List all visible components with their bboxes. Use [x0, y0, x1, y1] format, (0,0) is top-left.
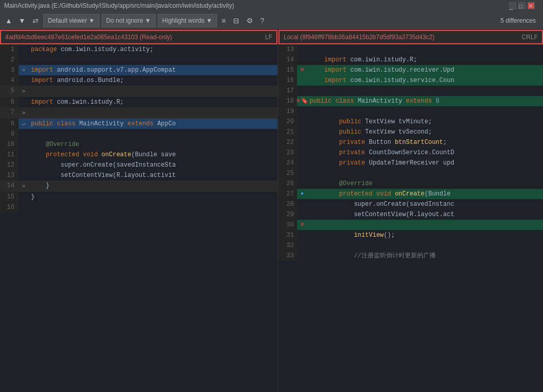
left-line-14: 14 » } [0, 181, 277, 192]
left-code-area[interactable]: 1 package com.iwin.istudy.activity; 2 3 … [0, 44, 277, 392]
diff-count: 5 differences [501, 17, 540, 24]
right-line-14: 14 import com.iwin.istudy.R; [278, 55, 543, 65]
right-code-area[interactable]: 13 14 import com.iwin.istudy.R; 15 × imp… [278, 44, 543, 392]
highlight-dropdown-btn[interactable]: Highlight words ▼ [158, 14, 217, 27]
right-line-31: 31 initView(); [278, 230, 543, 240]
left-line-1: 1 package com.iwin.istudy.activity; [0, 44, 277, 55]
ignore-label: Do not ignore [106, 17, 143, 24]
right-line-18: 18 × 🔖 public class MainActivity extends… [278, 96, 543, 106]
toolbar: ▲ ▼ ⇄ Default viewer ▼ Do not ignore ▼ H… [0, 11, 543, 30]
right-line-16: 16 import com.iwin.istudy.service.Coun [278, 75, 543, 86]
left-line-10: 10 @Override [0, 139, 277, 150]
prev-diff-btn[interactable]: ▲ [3, 15, 14, 26]
menu-icon-btn[interactable]: ≡ [219, 15, 228, 26]
right-line-24: 24 private UpdateTimerReceiver upd [278, 158, 543, 168]
highlight-label: Highlight words [162, 17, 205, 24]
restore-btn[interactable]: □ [518, 2, 525, 9]
right-line-28: 28 super.onCreate(savedInstanc [278, 199, 543, 209]
left-line-ending: LF [265, 34, 272, 41]
title-bar: MainActivity.java (E:/Github/iStudy/IStu… [0, 0, 543, 11]
right-line-22: 22 private Button btnStartCount; [278, 137, 543, 148]
left-panel: 4adfd4cbd6eec487e61cefed1e2a085ea1c43103… [0, 30, 278, 392]
left-file-id: 4adfd4cbd6eec487e61cefed1e2a085ea1c43103… [5, 34, 172, 41]
right-line-27: 27 ● protected void onCreate(Bundle [278, 189, 543, 199]
left-line-11: 11 protected void onCreate(Bundle save [0, 150, 277, 160]
left-line-16: 16 [0, 202, 277, 213]
left-line-6: 6 import com.iwin.istudy.R; [0, 97, 277, 107]
settings-icon-btn[interactable]: ⚙ [244, 15, 256, 26]
right-line-25: 25 [278, 168, 543, 178]
close-btn[interactable]: ✕ [528, 2, 535, 9]
left-line-9: 9 [0, 129, 277, 139]
right-line-20: 20 public TextView tvMinute; [278, 117, 543, 127]
left-line-7: 7 » [0, 107, 277, 119]
right-line-23: 23 private CountDownService.CountD [278, 148, 543, 158]
right-line-17: 17 [278, 86, 543, 96]
right-line-29: 29 setContentView(R.layout.act [278, 209, 543, 220]
right-file-header: Local (8f948ff978bb36a84415b2b7d5df93a37… [278, 30, 543, 44]
left-line-15: 15 } [0, 192, 277, 202]
left-file-header: 4adfd4cbd6eec487e61cefed1e2a085ea1c43103… [0, 30, 277, 44]
ignore-dropdown-btn[interactable]: Do not ignore ▼ [102, 14, 156, 27]
viewer-chevron-icon: ▼ [89, 17, 95, 24]
right-line-21: 21 public TextView tvSecond; [278, 127, 543, 137]
left-line-13: 13 setContentView(R.layout.activit [0, 170, 277, 181]
right-panel: Local (8f948ff978bb36a84415b2b7d5df93a37… [278, 30, 543, 392]
left-line-8: 8 ↵ public class MainActivity extends Ap… [0, 119, 277, 129]
right-line-33: 33 //注册监听倒计时更新的广播 [278, 251, 543, 261]
help-icon-btn[interactable]: ? [258, 15, 267, 26]
right-line-19: 19 [278, 106, 543, 117]
right-line-30: 30 × [278, 220, 543, 230]
viewer-label: Default viewer [48, 17, 87, 24]
left-line-3: 3 » import android.support.v7.app.AppCom… [0, 65, 277, 75]
split-icon-btn[interactable]: ⊟ [231, 15, 242, 26]
ignore-chevron-icon: ▼ [145, 17, 151, 24]
right-line-15: 15 × import com.iwin.istudy.receiver.Upd [278, 65, 543, 75]
left-line-4: 4 import android.os.Bundle; [0, 75, 277, 86]
right-file-id: Local (8f948ff978bb36a84415b2b7d5df93a37… [284, 34, 435, 41]
right-line-32: 32 [278, 240, 543, 251]
title-text: MainActivity.java (E:/Github/iStudy/IStu… [4, 2, 234, 9]
minimize-btn[interactable]: _ [509, 2, 516, 9]
left-line-5: 5 » [0, 86, 277, 97]
diff-container: 4adfd4cbd6eec487e61cefed1e2a085ea1c43103… [0, 30, 543, 392]
highlight-chevron-icon: ▼ [206, 17, 212, 24]
right-line-ending: CRLF [522, 34, 538, 41]
viewer-dropdown-btn[interactable]: Default viewer ▼ [43, 14, 100, 27]
left-line-12: 12 super.onCreate(savedInstanceSta [0, 160, 277, 170]
left-line-2: 2 [0, 55, 277, 65]
right-line-26: 26 @Override [278, 178, 543, 189]
next-diff-btn[interactable]: ▼ [17, 15, 28, 26]
right-line-13: 13 [278, 44, 543, 55]
sync-btn[interactable]: ⇄ [30, 15, 41, 26]
